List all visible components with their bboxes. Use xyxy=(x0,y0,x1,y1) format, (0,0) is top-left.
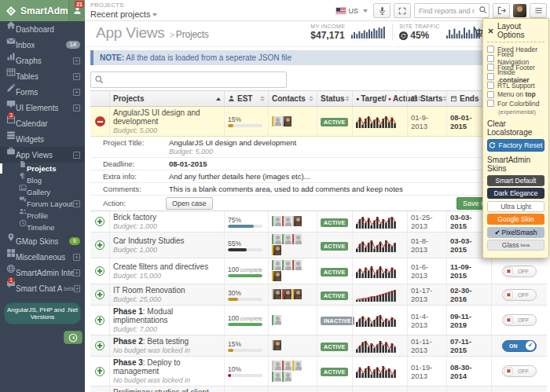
table-row[interactable]: Brick factoryBudget: 1,00075%ACTIVE01-25… xyxy=(90,211,547,233)
contact-avatar[interactable] xyxy=(272,340,281,350)
factory-reset-button[interactable]: Factory Reset xyxy=(487,139,544,152)
expand-row-icon[interactable] xyxy=(95,341,104,350)
column-header-starts[interactable]: Starts xyxy=(407,91,446,106)
sidebar-item-app-views[interactable]: App Views− xyxy=(0,147,85,163)
open-case-button[interactable]: Open case xyxy=(166,197,213,210)
row-toggle-off[interactable]: ✖OFF xyxy=(502,289,537,301)
sidebar-item-forum-layout[interactable]: Forum Layout+ xyxy=(0,198,85,210)
skin-button-google-skin[interactable]: Google Skin xyxy=(487,214,544,225)
expand-row-icon[interactable] xyxy=(95,290,104,299)
fullscreen-button[interactable] xyxy=(394,3,411,18)
table-search-input[interactable] xyxy=(90,71,287,88)
contact-avatar[interactable] xyxy=(282,216,292,226)
table-row[interactable]: Phase 3: Deploy to managementNo budget w… xyxy=(90,357,547,387)
table-row[interactable]: Phase 1: Modual implimentationsBudget: 7… xyxy=(90,306,547,335)
sidebar-item-graphs[interactable]: Graphs+ xyxy=(0,53,85,68)
contact-avatar[interactable] xyxy=(292,234,302,244)
expand-plus-icon[interactable]: + xyxy=(73,89,80,96)
expand-plus-icon[interactable]: + xyxy=(73,57,80,64)
checkbox[interactable] xyxy=(487,46,494,53)
minify-nav-button[interactable] xyxy=(64,331,82,344)
table-row[interactable]: IT Room RenovationBudget: 25,00030%ACTIV… xyxy=(90,284,547,306)
sidebar-item-profile[interactable]: Profile xyxy=(0,210,85,222)
expand-row-icon[interactable] xyxy=(95,240,104,250)
language-selector[interactable]: US xyxy=(336,7,368,15)
checkbox[interactable] xyxy=(487,82,494,89)
expand-row-icon[interactable] xyxy=(95,266,104,276)
column-header-target-actual[interactable]: ●Target/●Actual xyxy=(352,91,407,106)
collapse-row-icon[interactable] xyxy=(95,116,105,126)
checkbox[interactable] xyxy=(487,73,494,80)
sidebar-item-gallery[interactable]: Gallery xyxy=(0,186,85,198)
menu-button[interactable] xyxy=(530,3,547,18)
contact-avatar[interactable] xyxy=(272,315,281,325)
sidebar-item-smart-chat-api[interactable]: 1Smart Chat APIbeta+ xyxy=(0,280,85,296)
sidebar-item-blog[interactable]: Blog xyxy=(0,174,85,186)
row-toggle-on[interactable]: ON✔ xyxy=(502,340,537,352)
expand-plus-icon[interactable]: + xyxy=(73,269,80,277)
voice-command-button[interactable] xyxy=(373,3,390,18)
row-toggle-off[interactable]: ✖OFF xyxy=(502,266,537,277)
contact-avatar[interactable] xyxy=(292,216,302,226)
checkbox[interactable] xyxy=(487,64,494,71)
contact-avatar[interactable] xyxy=(292,260,302,270)
row-toggle-off[interactable]: ✖OFF xyxy=(502,365,537,377)
table-row[interactable]: AngularJS UI design and developmentBudge… xyxy=(90,107,547,137)
contact-avatar[interactable] xyxy=(282,260,292,270)
contact-avatar[interactable] xyxy=(292,361,302,371)
sidebar-item-forms[interactable]: Forms+ xyxy=(0,84,85,100)
sidebar-item-tables[interactable]: Tables+ xyxy=(0,68,85,84)
skin-button-dark-elegance[interactable]: Dark Elegance xyxy=(487,188,544,199)
expand-row-icon[interactable] xyxy=(95,367,104,376)
close-icon[interactable] xyxy=(487,27,494,35)
expand-plus-icon[interactable]: + xyxy=(73,104,80,112)
contact-avatar[interactable] xyxy=(282,361,292,371)
skin-button-glass[interactable]: Glassbeta xyxy=(487,240,544,251)
expand-plus-icon[interactable]: + xyxy=(73,73,80,80)
layout-option-inside[interactable]: Inside .container xyxy=(487,72,544,82)
column-header-contacts[interactable]: Contacts xyxy=(268,91,317,106)
contact-avatar[interactable] xyxy=(282,372,292,382)
layout-option-menu-on[interactable]: Menu on top xyxy=(487,90,544,100)
column-header-status[interactable]: Status xyxy=(317,91,352,106)
expand-plus-icon[interactable]: + xyxy=(73,200,80,207)
table-row[interactable]: Create filters and directivesBudget: 15,… xyxy=(90,258,547,284)
sidebar-item-gmap-skins[interactable]: GMap Skins9 xyxy=(0,233,85,249)
contact-avatar[interactable] xyxy=(272,116,281,126)
sidebar-item-dashboard[interactable]: Dashboard xyxy=(0,21,85,37)
contact-avatar[interactable] xyxy=(282,116,292,126)
recent-projects-dropdown[interactable]: Recent projects xyxy=(90,9,157,19)
activity-button[interactable]: 21 xyxy=(68,0,85,21)
contact-avatar[interactable] xyxy=(272,372,281,382)
expand-row-icon[interactable] xyxy=(95,217,104,226)
contact-avatar[interactable] xyxy=(272,260,281,270)
column-header-est[interactable]: EST xyxy=(224,91,268,106)
sidebar-item-miscellaneous[interactable]: Miscellaneous+ xyxy=(0,249,85,265)
contact-avatar[interactable] xyxy=(272,216,281,226)
layout-option-fixed-navigation[interactable]: Fixed Navigation xyxy=(487,54,544,64)
sidebar-item-projects[interactable]: Projects xyxy=(0,163,85,174)
versions-button[interactable]: AngularJS, PHP and .Net Versions xyxy=(4,302,81,324)
table-row[interactable]: Car Industry StudiesBudget: 1,00055%ACTI… xyxy=(90,233,547,258)
contact-avatar[interactable] xyxy=(292,289,302,299)
logout-button[interactable] xyxy=(493,3,510,18)
contact-avatar[interactable] xyxy=(272,271,281,281)
table-row[interactable]: Preliminary studies of client intelBudge… xyxy=(90,387,547,392)
contact-avatar[interactable] xyxy=(272,361,281,371)
contact-avatar[interactable] xyxy=(272,234,281,244)
checkbox[interactable] xyxy=(487,100,494,107)
contact-avatar[interactable] xyxy=(272,289,281,299)
sidebar-item-widgets[interactable]: Widgets xyxy=(0,131,85,147)
contact-avatar[interactable] xyxy=(282,289,292,299)
user-avatar[interactable] xyxy=(513,4,526,17)
layout-option-for-colorblind[interactable]: For Colorblind xyxy=(487,99,544,108)
skin-button-pixelsmash[interactable]: ✔PixelSmash xyxy=(487,227,544,238)
checkbox[interactable] xyxy=(487,91,494,98)
row-toggle-off[interactable]: ✖OFF xyxy=(502,314,537,326)
skin-button-ultra-light[interactable]: Ultra Light xyxy=(487,201,544,212)
contact-avatar[interactable] xyxy=(282,234,292,244)
expand-row-icon[interactable] xyxy=(95,316,104,325)
expand-plus-icon[interactable]: + xyxy=(73,254,80,261)
sidebar-item-inbox[interactable]: Inbox14 xyxy=(0,37,85,53)
contact-avatar[interactable] xyxy=(272,245,281,255)
